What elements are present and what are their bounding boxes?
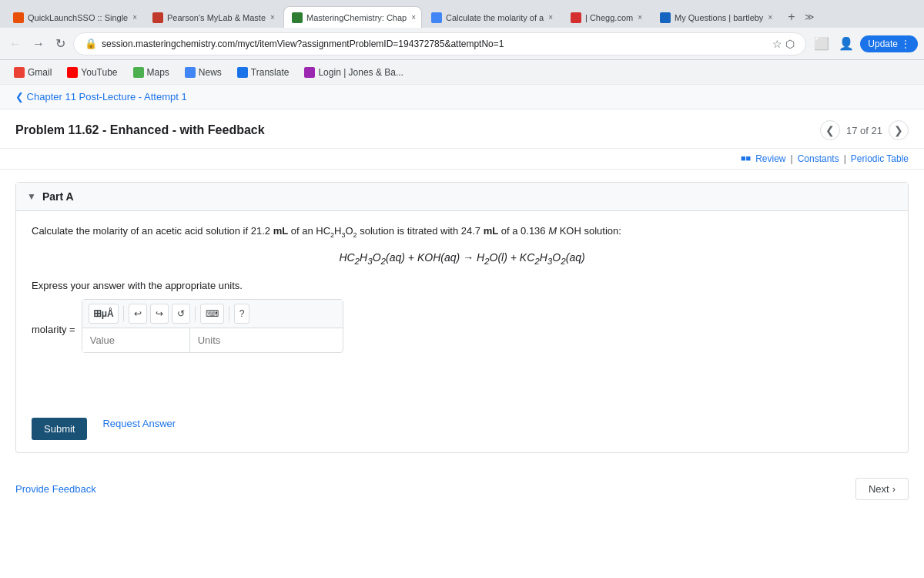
problem-counter: 17 of 21 <box>846 125 882 136</box>
part-header-a[interactable]: ▼ Part A <box>16 183 908 211</box>
url-actions: ☆ ⬡ <box>772 38 795 50</box>
profile-button[interactable]: 👤 <box>835 33 857 54</box>
bottom-bar: Provide Feedback Next › <box>0 469 924 509</box>
bookmark-star-icon[interactable]: ☆ <box>772 38 782 50</box>
bookmark-label-login: Login | Jones & Ba... <box>318 67 403 78</box>
lock-icon: 🔒 <box>85 38 97 49</box>
address-bar: ← → ↻ 🔒 session.masteringchemistry.com/m… <box>0 28 924 60</box>
extensions-button[interactable]: ⬜ <box>811 33 832 54</box>
update-chevron-icon: ⋮ <box>901 39 910 49</box>
forward-button[interactable]: → <box>29 36 48 52</box>
problem-header: Problem 11.62 - Enhanced - with Feedback… <box>0 109 924 149</box>
bookmark-label-maps: Maps <box>147 67 169 78</box>
page-content: ❮ Chapter 11 Post-Lecture - Attempt 1 Pr… <box>0 85 924 578</box>
bookmark-favicon-news <box>185 67 196 78</box>
tab-bar: QuickLaunchSSO :: Single × Pearson's MyL… <box>0 0 924 28</box>
tab-mastering-active[interactable]: MasteringChemistry: Chap × <box>283 6 422 28</box>
update-label: Update <box>868 39 898 49</box>
question-text: Calculate the molarity of an acetic acid… <box>32 223 892 240</box>
bookmark-favicon-translate <box>237 67 248 78</box>
tab-close-bartleby[interactable]: × <box>768 13 772 22</box>
constants-link[interactable]: Constants <box>798 153 839 164</box>
bookmark-favicon-maps <box>133 67 144 78</box>
toolbar-separator-1 <box>123 306 124 321</box>
problem-nav: ❮ 17 of 21 ❯ <box>820 120 909 140</box>
problem-next-button[interactable]: ❯ <box>889 120 909 140</box>
answer-input-area: molarity = ⊞ μÅ ↩ ↪ <box>32 299 892 353</box>
bookmark-label-news: News <box>199 67 222 78</box>
tab-favicon-bartleby <box>660 12 671 23</box>
browser-window: QuickLaunchSSO :: Single × Pearson's MyL… <box>0 0 924 578</box>
tab-label-bartleby: My Questions | bartleby <box>675 13 763 22</box>
next-label: Next <box>869 483 889 495</box>
new-tab-button[interactable]: + <box>782 6 801 28</box>
next-arrow-icon: › <box>892 483 896 495</box>
tab-bartleby[interactable]: My Questions | bartleby × <box>651 6 781 28</box>
tab-label-mastering: MasteringChemistry: Chap <box>306 13 407 22</box>
next-button[interactable]: Next › <box>855 478 909 500</box>
keyboard-button[interactable]: ⌨ <box>200 304 224 324</box>
tab-quicklaunch[interactable]: QuickLaunchSSO :: Single × <box>5 6 143 28</box>
answer-toolbar: ⊞ μÅ ↩ ↪ ↺ <box>82 300 343 328</box>
bookmark-favicon-youtube <box>67 67 78 78</box>
reset-icon: ↺ <box>177 308 185 319</box>
browser-action-buttons: ⬜ 👤 Update ⋮ <box>811 33 918 54</box>
update-button[interactable]: Update ⋮ <box>860 35 918 52</box>
request-answer-link[interactable]: Request Answer <box>102 418 176 429</box>
tab-chegg[interactable]: | Chegg.com × <box>562 6 651 28</box>
keyboard-icon: ⌨ <box>206 308 219 319</box>
undo-button[interactable]: ↩ <box>129 304 147 324</box>
breadcrumb[interactable]: ❮ Chapter 11 Post-Lecture - Attempt 1 <box>15 91 187 102</box>
bookmark-gmail[interactable]: Gmail <box>8 65 58 80</box>
tab-close-calculate[interactable]: × <box>548 13 553 22</box>
part-body-a: Calculate the molarity of an acetic acid… <box>16 211 908 452</box>
tab-favicon-pearson <box>152 12 163 23</box>
back-button[interactable]: ← <box>6 36 25 52</box>
periodic-table-link[interactable]: Periodic Table <box>851 153 909 164</box>
tab-label-chegg: | Chegg.com <box>585 13 633 22</box>
breadcrumb-bar: ❮ Chapter 11 Post-Lecture - Attempt 1 <box>0 85 924 109</box>
tab-close-pearson[interactable]: × <box>270 13 275 22</box>
resource-links: ■■ Review | Constants | Periodic Table <box>0 149 924 170</box>
tab-favicon-quicklaunch <box>13 12 24 23</box>
tab-calculate[interactable]: Calculate the molarity of a × <box>423 6 561 28</box>
express-answer-label: Express your answer with the appropriate… <box>32 280 892 291</box>
redo-button[interactable]: ↪ <box>150 304 169 324</box>
bookmark-youtube[interactable]: YouTube <box>61 65 123 80</box>
provide-feedback-link[interactable]: Provide Feedback <box>15 483 96 495</box>
bookmark-maps[interactable]: Maps <box>127 65 176 80</box>
url-bar[interactable]: 🔒 session.masteringchemistry.com/myct/it… <box>73 32 806 55</box>
tab-close-mastering[interactable]: × <box>411 13 416 22</box>
redo-icon: ↪ <box>156 308 163 319</box>
tab-label-calculate: Calculate the molarity of a <box>446 13 544 22</box>
equation-display: HC2H3O2(aq) + KOH(aq) → H2O(l) + KC2H3O2… <box>32 251 892 266</box>
tab-favicon-chegg <box>571 12 581 23</box>
tab-label-pearson: Pearson's MyLab & Maste <box>167 13 266 22</box>
bookmarks-bar: Gmail YouTube Maps News Translate Login … <box>0 60 924 85</box>
units-input[interactable] <box>190 328 283 352</box>
matrix-button[interactable]: ⊞ μÅ <box>89 304 119 324</box>
problem-title: Problem 11.62 - Enhanced - with Feedback <box>15 123 265 137</box>
bookmark-news[interactable]: News <box>179 65 228 80</box>
mua-label: μÅ <box>102 308 114 319</box>
share-icon[interactable]: ⬡ <box>785 38 795 50</box>
bookmark-translate[interactable]: Translate <box>231 65 296 80</box>
bookmark-favicon-gmail <box>14 67 25 78</box>
value-input[interactable] <box>82 328 190 352</box>
reset-button[interactable]: ↺ <box>172 304 190 324</box>
help-button[interactable]: ? <box>234 304 250 324</box>
tab-favicon-calculate <box>431 12 442 23</box>
problem-prev-button[interactable]: ❮ <box>820 120 840 140</box>
bookmark-label-youtube: YouTube <box>81 67 117 78</box>
tab-close-quicklaunch[interactable]: × <box>132 13 137 22</box>
tab-close-chegg[interactable]: × <box>638 13 642 22</box>
undo-icon: ↩ <box>134 308 142 319</box>
review-link[interactable]: Review <box>755 153 785 164</box>
url-text: session.masteringchemistry.com/myct/item… <box>102 39 768 49</box>
molarity-row-container: molarity = ⊞ μÅ ↩ ↪ <box>32 299 892 353</box>
bookmark-login[interactable]: Login | Jones & Ba... <box>298 65 410 80</box>
reload-button[interactable]: ↻ <box>52 36 69 52</box>
submit-button[interactable]: Submit <box>32 418 87 440</box>
more-tabs-button[interactable]: ≫ <box>802 6 818 28</box>
tab-pearson[interactable]: Pearson's MyLab & Maste × <box>144 6 283 28</box>
